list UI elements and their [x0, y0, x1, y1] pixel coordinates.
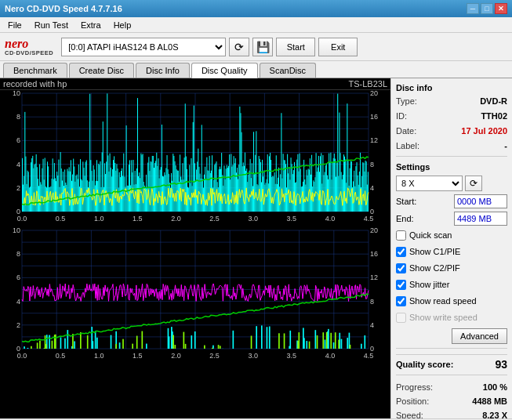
start-field-row: Start:	[396, 194, 507, 208]
toolbar: nero CD·DVD/SPEED [0:0] ATAPI iHAS124 B …	[0, 33, 512, 61]
speed-value: 8.23 X	[482, 409, 507, 418]
tab-disc-info[interactable]: Disc Info	[136, 63, 190, 78]
disc-info-title: Disc info	[396, 83, 507, 92]
quick-scan-label: Quick scan	[409, 228, 452, 242]
settings-title: Settings	[396, 162, 507, 172]
position-label: Position:	[396, 395, 429, 407]
tab-create-disc[interactable]: Create Disc	[69, 63, 134, 78]
disc-label-label: Label:	[396, 139, 419, 152]
tab-scandisc[interactable]: ScanDisc	[260, 63, 316, 78]
quality-score-row: Quality score: 93	[396, 354, 507, 371]
upper-chart	[0, 90, 390, 227]
quick-scan-row: Quick scan	[396, 228, 507, 242]
disc-id-row: ID: TTH02	[396, 110, 507, 122]
show-read-speed-row: Show read speed	[396, 294, 507, 308]
progress-label: Progress:	[396, 381, 433, 393]
title-bar: Nero CD-DVD Speed 4.7.7.16 ─ □ ✕	[0, 0, 512, 17]
disc-label-row: Label: -	[396, 139, 507, 152]
main-content: recorded with hp TS-LB23L Disc info Type…	[0, 78, 512, 418]
show-c1pie-row: Show C1/PIE	[396, 244, 507, 259]
show-c2pif-label: Show C2/PIF	[409, 261, 460, 275]
show-c2pif-row: Show C2/PIF	[396, 261, 507, 275]
nero-logo: nero CD·DVD/SPEED	[5, 38, 53, 56]
menu-file[interactable]: File	[3, 19, 27, 31]
disc-label-value: -	[504, 139, 507, 152]
quality-score-label: Quality score:	[396, 360, 453, 369]
refresh-icon-button[interactable]: ⟳	[229, 38, 249, 56]
show-jitter-checkbox[interactable]	[396, 280, 406, 290]
show-jitter-label: Show jitter	[409, 277, 449, 291]
disc-type-row: Type: DVD-R	[396, 95, 507, 107]
menu-run-test[interactable]: Run Test	[30, 19, 73, 31]
quality-score-value: 93	[495, 358, 507, 371]
chart-area: recorded with hp TS-LB23L	[0, 78, 390, 418]
divider-2	[396, 348, 507, 349]
disc-date-label: Date:	[396, 125, 416, 137]
end-field-input[interactable]	[454, 212, 507, 226]
speed-selector[interactable]: 8 X	[396, 176, 463, 191]
quick-scan-checkbox[interactable]	[396, 230, 406, 241]
end-field-row: End:	[396, 212, 507, 226]
speed-row: 8 X ⟳	[396, 176, 507, 191]
title-bar-buttons: ─ □ ✕	[467, 3, 507, 14]
speed-row-prog: Speed: 8.23 X	[396, 409, 507, 418]
disc-id-value: TTH02	[481, 110, 507, 122]
right-panel: Disc info Type: DVD-R ID: TTH02 Date: 17…	[390, 78, 512, 418]
position-value: 4488 MB	[472, 395, 507, 407]
menu-bar: File Run Test Extra Help	[0, 17, 512, 33]
show-write-speed-label: Show write speed	[409, 310, 478, 324]
advanced-button[interactable]: Advanced	[452, 328, 507, 344]
show-write-speed-checkbox[interactable]	[396, 313, 406, 323]
speed-refresh-button[interactable]: ⟳	[465, 176, 482, 191]
show-jitter-row: Show jitter	[396, 277, 507, 291]
disc-date-row: Date: 17 Jul 2020	[396, 125, 507, 137]
divider-3	[396, 375, 507, 375]
show-c1pie-checkbox[interactable]	[396, 247, 406, 257]
maximize-button[interactable]: □	[481, 3, 493, 14]
save-icon-button[interactable]: 💾	[252, 38, 273, 56]
window-close-button[interactable]: ✕	[495, 3, 507, 14]
start-button[interactable]: Start	[276, 38, 315, 56]
progress-row: Progress: 100 %	[396, 381, 507, 393]
show-read-speed-label: Show read speed	[409, 294, 477, 308]
tab-benchmark[interactable]: Benchmark	[3, 63, 67, 78]
progress-value: 100 %	[483, 381, 507, 393]
minimize-button[interactable]: ─	[467, 3, 479, 14]
logo-area: nero CD·DVD/SPEED	[5, 38, 53, 56]
start-field-label: Start:	[396, 197, 416, 206]
lower-chart	[0, 227, 390, 364]
disc-id-label: ID:	[396, 110, 407, 122]
disc-type-value: DVD-R	[480, 95, 507, 107]
drive-selector[interactable]: [0:0] ATAPI iHAS124 B AL0S	[61, 38, 226, 56]
exit-button[interactable]: Exit	[318, 38, 358, 56]
chart-disc-label: TS-LB23L	[348, 79, 387, 89]
menu-extra[interactable]: Extra	[76, 19, 106, 31]
speed-label: Speed:	[396, 409, 423, 418]
title-bar-text: Nero CD-DVD Speed 4.7.7.16	[5, 4, 122, 13]
divider-1	[396, 156, 507, 157]
progress-section: Progress: 100 % Position: 4488 MB Speed:…	[396, 381, 507, 418]
show-c2pif-checkbox[interactable]	[396, 263, 406, 273]
show-read-speed-checkbox[interactable]	[396, 296, 406, 306]
start-field-input[interactable]	[454, 194, 507, 208]
tabs-bar: Benchmark Create Disc Disc Info Disc Qua…	[0, 61, 512, 78]
disc-type-label: Type:	[396, 95, 417, 107]
menu-help[interactable]: Help	[109, 19, 136, 31]
show-write-speed-row: Show write speed	[396, 310, 507, 324]
end-field-label: End:	[396, 214, 414, 223]
chart-header-text: recorded with hp	[3, 79, 67, 89]
position-row: Position: 4488 MB	[396, 395, 507, 407]
show-c1pie-label: Show C1/PIE	[409, 244, 460, 259]
tab-disc-quality[interactable]: Disc Quality	[191, 63, 258, 78]
disc-date-value: 17 Jul 2020	[461, 125, 507, 137]
